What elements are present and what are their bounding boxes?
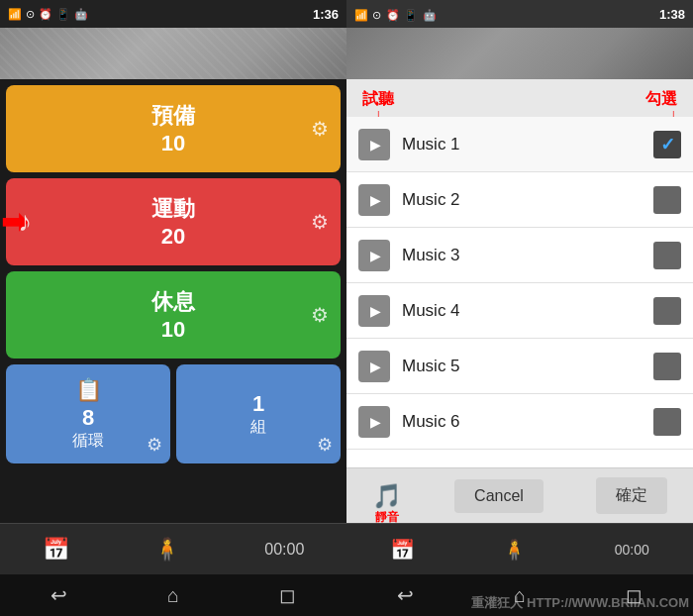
- sets-card[interactable]: 1 組 ⚙: [176, 364, 341, 463]
- annotation-row: 試聽 ↓ 勾選 ↓: [346, 79, 693, 117]
- music-name-6: Music 6: [402, 412, 653, 432]
- play-icon-3: ▶: [370, 248, 381, 263]
- cancel-button[interactable]: Cancel: [454, 479, 544, 513]
- play-button-6[interactable]: ▶: [358, 406, 390, 438]
- sets-text: 1 組: [250, 391, 266, 438]
- watermark-text: 重灌狂人 HTTP://WWW.BRIIAN.COM: [471, 594, 689, 612]
- calendar-nav-icon-left[interactable]: 📅: [43, 537, 69, 563]
- silence-label: 靜音: [375, 509, 399, 526]
- music-icon: ♪: [18, 206, 32, 238]
- nav-bar-left: 📅 🧍 00:00: [0, 523, 346, 574]
- header-image-right: [346, 28, 693, 79]
- music-item-6[interactable]: ▶ Music 6: [346, 394, 693, 450]
- status-time-left: 1:36: [313, 7, 339, 22]
- footer-bar: 🎵 靜音 Cancel 確定: [346, 467, 693, 523]
- rest-card[interactable]: 休息 10 ⚙: [6, 271, 341, 359]
- android-icon: 🤖: [74, 8, 88, 21]
- person-nav-icon-right[interactable]: 🧍: [502, 538, 527, 562]
- music-name-3: Music 3: [402, 246, 653, 265]
- prepare-card[interactable]: 預備 10 ⚙: [6, 85, 341, 172]
- calendar-nav-icon-right[interactable]: 📅: [390, 538, 415, 562]
- music-item-4[interactable]: ▶ Music 4: [346, 283, 693, 339]
- play-button-3[interactable]: ▶: [358, 240, 390, 271]
- music-name-4: Music 4: [402, 301, 653, 321]
- exercise-card[interactable]: ➡ ♪ 運動 20 ⚙: [6, 178, 341, 265]
- home-button-left[interactable]: ⌂: [167, 584, 179, 607]
- phone-icon: 📱: [56, 8, 70, 21]
- person-nav-icon-left[interactable]: 🧍: [153, 537, 180, 563]
- android-icon-right: 🤖: [423, 9, 437, 21]
- clipboard-icon: 📋: [72, 377, 104, 403]
- play-button-1[interactable]: ▶: [358, 129, 390, 160]
- music-name-2: Music 2: [402, 190, 653, 210]
- rest-gear-icon[interactable]: ⚙: [311, 303, 329, 327]
- exercise-gear-icon[interactable]: ⚙: [311, 210, 329, 234]
- back-button-left[interactable]: ↩: [50, 583, 67, 607]
- rest-label: 休息: [151, 287, 195, 317]
- workout-sections: 預備 10 ⚙ ➡ ♪ 運動 20 ⚙ 休息 10 ⚙: [0, 79, 346, 523]
- confirm-button[interactable]: 確定: [596, 477, 667, 514]
- silence-area: 🎵 靜音: [372, 482, 402, 510]
- prepare-label: 預備: [151, 101, 195, 131]
- music-item-5[interactable]: ▶ Music 5: [346, 339, 693, 394]
- checkbox-6[interactable]: [653, 408, 681, 436]
- checkbox-2[interactable]: [653, 186, 681, 214]
- sets-gear-icon[interactable]: ⚙: [317, 434, 333, 456]
- exercise-value: 20: [151, 224, 195, 250]
- checkbox-5[interactable]: [653, 353, 681, 380]
- back-button-right[interactable]: ↩: [397, 583, 414, 607]
- alarm-icon-right: ⏰: [386, 9, 400, 21]
- header-image-left: [0, 28, 346, 79]
- music-list: ▶ Music 1 ✓ ▶ Music 2 ▶ Music 3 ▶ Mus: [346, 117, 693, 467]
- sets-label: 組: [250, 417, 266, 438]
- checkbox-3[interactable]: [653, 242, 681, 269]
- music-item-2[interactable]: ▶ Music 2: [346, 172, 693, 228]
- status-icons-left: 📶 ⊙ ⏰ 📱 🤖: [8, 8, 88, 21]
- nav-time-left: 00:00: [264, 541, 304, 559]
- checkbox-4[interactable]: [653, 297, 681, 325]
- cycles-card[interactable]: 📋 8 循環 ⚙: [6, 364, 170, 463]
- status-bar-left: 📶 ⊙ ⏰ 📱 🤖 1:36: [0, 0, 346, 28]
- checkbox-1[interactable]: ✓: [653, 131, 681, 158]
- phone-icon-right: 📱: [404, 9, 418, 21]
- wifi-icon-right: ⊙: [372, 9, 381, 21]
- right-panel: 📶 ⊙ ⏰ 📱 🤖 1:38 試聽 ↓ 勾選 ↓ ▶ Music 1 ✓: [346, 0, 693, 616]
- play-icon-5: ▶: [370, 359, 381, 374]
- nav-bar-right: 📅 🧍 00:00: [346, 523, 693, 574]
- nav-time-right: 00:00: [615, 542, 649, 558]
- prepare-text: 預備 10: [151, 101, 195, 156]
- play-button-4[interactable]: ▶: [358, 295, 390, 327]
- signal-icon-right: 📶: [354, 9, 368, 21]
- exercise-label: 運動: [151, 194, 195, 224]
- play-icon-4: ▶: [370, 303, 381, 319]
- bottom-bar-left: ↩ ⌂ ◻: [0, 574, 346, 616]
- select-annotation: 勾選: [645, 90, 677, 107]
- music-name-5: Music 5: [402, 357, 653, 376]
- music-name-1: Music 1: [402, 135, 653, 154]
- bottom-bar-right: ↩ ⌂ ◻ 重灌狂人 HTTP://WWW.BRIIAN.COM: [346, 574, 693, 616]
- cycles-text: 📋 8 循環: [72, 377, 104, 452]
- status-icons-right: 📶 ⊙ ⏰ 📱 🤖: [354, 5, 437, 23]
- wifi-icon: ⊙: [26, 8, 35, 21]
- rest-value: 10: [151, 317, 195, 343]
- silence-music-icon[interactable]: 🎵: [372, 482, 402, 509]
- rest-text: 休息 10: [151, 287, 195, 343]
- cycles-gear-icon[interactable]: ⚙: [147, 434, 162, 456]
- recents-button-left[interactable]: ◻: [279, 583, 296, 607]
- cycles-label: 循環: [72, 431, 104, 452]
- status-time-right: 1:38: [659, 7, 685, 22]
- bottom-row: 📋 8 循環 ⚙ 1 組 ⚙: [6, 364, 341, 463]
- music-item-3[interactable]: ▶ Music 3: [346, 228, 693, 283]
- preview-annotation: 試聽: [362, 90, 394, 107]
- checkmark-icon-1: ✓: [660, 134, 675, 155]
- signal-icon: 📶: [8, 8, 22, 21]
- sets-value: 1: [250, 391, 266, 417]
- left-panel: 📶 ⊙ ⏰ 📱 🤖 1:36 預備 10 ⚙ ➡ ♪ 運動 20 ⚙: [0, 0, 346, 616]
- play-icon-6: ▶: [370, 414, 381, 430]
- cycles-value: 8: [72, 405, 104, 431]
- alarm-icon: ⏰: [39, 8, 52, 21]
- prepare-gear-icon[interactable]: ⚙: [311, 117, 329, 141]
- music-item-1[interactable]: ▶ Music 1 ✓: [346, 117, 693, 172]
- play-button-2[interactable]: ▶: [358, 184, 390, 216]
- play-button-5[interactable]: ▶: [358, 351, 390, 382]
